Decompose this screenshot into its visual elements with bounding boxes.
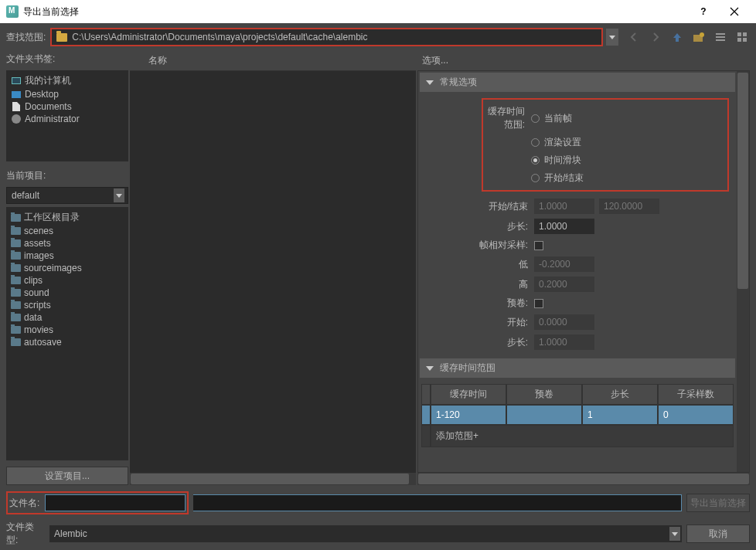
window-titlebar: 导出当前选择 ? — [0, 0, 756, 23]
help-button[interactable]: ? — [688, 0, 719, 23]
project-folder-item[interactable]: autosave — [9, 336, 125, 348]
svg-rect-2 — [716, 33, 725, 35]
project-folder-item[interactable]: data — [9, 311, 125, 324]
radio-time-slider[interactable] — [531, 156, 540, 165]
table-header-subsamples[interactable]: 子采样数 — [658, 384, 734, 405]
folder-icon — [11, 289, 21, 297]
bookmarks-panel: 我的计算机 Desktop Documents Administrator — [6, 70, 128, 161]
cache-time-range-group: 缓存时间范围: 当前帧 渲染设置 时间滑块 — [482, 98, 729, 192]
table-header-cache-time[interactable]: 缓存时间 — [431, 384, 506, 405]
step-field[interactable]: 1.0000 — [534, 219, 594, 234]
list-view-icon[interactable] — [713, 29, 728, 45]
user-icon — [12, 114, 21, 124]
bookmark-my-computer[interactable]: 我的计算机 — [9, 73, 125, 88]
nav-up-icon[interactable] — [669, 29, 685, 45]
filetype-dropdown[interactable]: Alembic — [49, 525, 682, 542]
project-folder-list: 工作区根目录 scenes assets images sourceimages… — [6, 207, 128, 460]
radio-current-frame[interactable] — [531, 114, 540, 123]
high-field: 0.2000 — [534, 277, 594, 292]
folder-icon — [11, 338, 21, 346]
desktop-icon — [12, 91, 21, 98]
project-folder-item[interactable]: 工作区根目录 — [9, 210, 125, 225]
app-icon — [6, 5, 19, 18]
svg-rect-5 — [737, 32, 741, 36]
bookmark-documents[interactable]: Documents — [9, 100, 125, 113]
file-list[interactable] — [130, 71, 416, 473]
export-button[interactable]: 导出当前选择 — [686, 494, 750, 512]
preroll-step-field: 1.0000 — [534, 334, 594, 350]
current-project-label: 当前项目: — [6, 168, 128, 184]
radio-render-settings[interactable] — [531, 138, 540, 147]
preroll-checkbox[interactable] — [534, 299, 543, 308]
project-folder-item[interactable]: clips — [9, 274, 125, 287]
project-folder-item[interactable]: images — [9, 250, 125, 262]
frame-relative-checkbox[interactable] — [534, 241, 543, 250]
path-dropdown-button[interactable] — [606, 29, 618, 46]
project-folder-item[interactable]: assets — [9, 237, 125, 250]
svg-rect-4 — [716, 39, 725, 41]
svg-rect-3 — [716, 36, 725, 38]
start-field: 1.0000 — [534, 199, 594, 214]
cancel-button[interactable]: 取消 — [686, 525, 750, 543]
folder-icon — [11, 264, 21, 272]
low-field: -0.2000 — [534, 256, 594, 272]
table-header-step[interactable]: 步长 — [582, 384, 658, 405]
window-title: 导出当前选择 — [23, 5, 688, 19]
preroll-start-field: 0.0000 — [534, 314, 594, 330]
table-row[interactable]: 1-120 1 0 — [421, 405, 734, 425]
general-options-section[interactable]: 常规选项 — [420, 73, 735, 92]
vertical-scrollbar[interactable] — [737, 71, 749, 472]
document-icon — [12, 102, 20, 111]
path-input-box[interactable]: C:\Users\Administrator\Documents\maya\pr… — [50, 28, 603, 46]
horizontal-scrollbar[interactable] — [130, 473, 416, 485]
folder-icon — [11, 214, 21, 222]
chevron-down-icon — [114, 188, 124, 202]
bookmark-administrator[interactable]: Administrator — [9, 113, 125, 125]
nav-forward-icon[interactable] — [648, 29, 663, 45]
folder-icon — [56, 33, 67, 42]
path-bar: 查找范围: C:\Users\Administrator\Documents\m… — [0, 23, 756, 51]
options-panel: 选项... 常规选项 缓存时间范围: 当前帧 渲染设置 — [417, 51, 750, 485]
svg-rect-6 — [743, 32, 747, 36]
file-list-panel: 名称 — [130, 51, 416, 485]
nav-toolbar — [623, 29, 750, 45]
bookmarks-label: 文件夹书签: — [6, 51, 128, 67]
path-label: 查找范围: — [6, 31, 46, 44]
project-folder-item[interactable]: scenes — [9, 225, 125, 237]
folder-icon — [11, 239, 21, 247]
add-range-row[interactable]: 添加范围+ — [421, 425, 734, 447]
nav-back-icon[interactable] — [626, 29, 642, 45]
project-folder-item[interactable]: scripts — [9, 299, 125, 311]
cache-time-range-label: 缓存时间范围: — [483, 105, 531, 131]
folder-icon — [11, 301, 21, 309]
folder-icon — [11, 314, 21, 321]
table-corner — [421, 384, 431, 405]
svg-point-1 — [700, 32, 704, 37]
svg-rect-8 — [743, 38, 747, 42]
filename-group: 文件名: — [6, 491, 189, 514]
monitor-icon — [12, 77, 21, 84]
project-folder-item[interactable]: movies — [9, 324, 125, 336]
current-project-dropdown[interactable]: default — [6, 187, 128, 204]
radio-start-end[interactable] — [531, 174, 540, 182]
table-header-preroll[interactable]: 预卷 — [506, 384, 582, 405]
left-sidebar: 文件夹书签: 我的计算机 Desktop Documents Administr… — [6, 51, 128, 485]
folder-icon — [11, 227, 21, 235]
path-text: C:\Users\Administrator\Documents\maya\pr… — [72, 32, 597, 42]
close-button[interactable] — [719, 0, 750, 23]
new-folder-icon[interactable] — [691, 29, 707, 45]
filename-input-extended[interactable] — [193, 494, 682, 511]
project-folder-item[interactable]: sound — [9, 287, 125, 299]
chevron-down-icon — [669, 527, 680, 541]
cache-range-table: 缓存时间 预卷 步长 子采样数 1-120 1 0 添加范围+ — [421, 384, 734, 447]
folder-icon — [11, 252, 21, 260]
folder-icon — [11, 326, 21, 334]
thumbnail-view-icon[interactable] — [734, 29, 750, 45]
horizontal-scrollbar[interactable] — [417, 473, 750, 485]
cache-range-section[interactable]: 缓存时间范围 — [420, 358, 735, 378]
set-project-button[interactable]: 设置项目... — [6, 467, 128, 485]
bookmark-desktop[interactable]: Desktop — [9, 88, 125, 100]
file-list-header[interactable]: 名称 — [130, 51, 416, 71]
filename-input[interactable] — [45, 494, 186, 511]
project-folder-item[interactable]: sourceimages — [9, 262, 125, 274]
